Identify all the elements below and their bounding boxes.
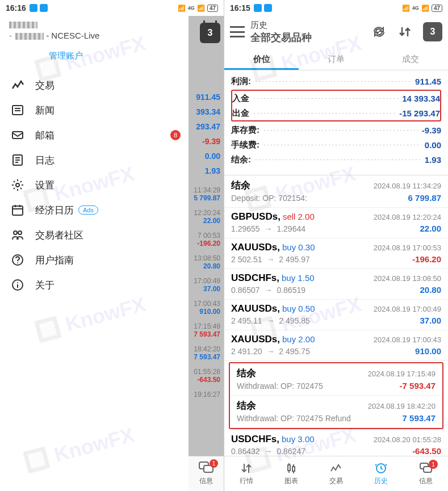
shaded-value: 1.93 — [189, 163, 220, 178]
menu-label: 交易 — [35, 79, 55, 92]
nav-label: 交易 — [329, 476, 343, 486]
shaded-value: 293.47 — [189, 119, 220, 134]
wave-icon — [329, 461, 343, 475]
timestamp: 2024.08.19 17:00:43 — [374, 335, 441, 344]
summary-label: 入金 — [232, 93, 249, 104]
menu-badge: 8 — [170, 130, 181, 140]
shaded-amount: -196.20 — [189, 240, 220, 247]
svg-point-16 — [17, 262, 18, 263]
shaded-amount: 20.80 — [189, 262, 220, 270]
symbol: GBPUSDs, — [231, 211, 280, 223]
symbol: USDCHFs, — [231, 272, 279, 284]
shaded-amount: 22.00 — [189, 217, 220, 225]
history-item[interactable]: USDCHFs, buy 1.502024.08.19 13:08:500.86… — [224, 269, 448, 300]
symbol: 结余 — [237, 399, 256, 412]
log-icon — [10, 153, 25, 167]
status-right: 📶4G📶 47 — [178, 5, 218, 12]
summary-row: 出金-15 293.47 — [232, 106, 440, 120]
help-icon — [10, 253, 25, 267]
tab-2[interactable]: 成交 — [374, 48, 448, 70]
shaded-time: 7 00:53 — [189, 232, 220, 240]
shaded-amount: 37.00 — [189, 285, 220, 293]
timestamp: 2024.08.19 18:42:20 — [368, 402, 436, 410]
top-bar: 历史 全部交易品种 3 — [224, 16, 448, 48]
timestamp: 2024.08.19 13:08:50 — [374, 274, 441, 283]
summary-label: 出金 — [232, 108, 249, 119]
bottom-msg-label[interactable]: 信息 — [199, 476, 213, 486]
summary-row: 手续费:0.00 — [231, 137, 441, 152]
shaded-amount: 5 799.87 — [189, 194, 220, 202]
sort-icon[interactable] — [397, 24, 413, 40]
nav-label: 历史 — [374, 476, 388, 486]
tab-0[interactable]: 价位 — [224, 48, 299, 70]
history-item[interactable]: XAUUSDs, buy 2.002024.08.19 17:00:432 49… — [224, 330, 448, 361]
hamburger-icon[interactable] — [230, 26, 245, 37]
summary-label: 结余: — [231, 154, 251, 165]
symbol: 结余 — [237, 367, 256, 380]
symbol: XAUUSDs, — [231, 242, 280, 253]
history-item[interactable]: GBPUSDs, sell 2.002024.08.19 12:20:241.2… — [224, 208, 448, 238]
summary-value: -9.39 — [422, 125, 441, 135]
shaded-time: 13:08:50 — [189, 254, 220, 262]
timestamp: 2024.08.19 17:00:49 — [374, 305, 441, 313]
nav-wave[interactable]: 交易 — [314, 456, 359, 491]
amount: -7 593.47 — [400, 381, 436, 391]
symbol: USDCHFs, — [231, 434, 279, 445]
menu-label: 经济日历 — [35, 204, 74, 217]
summary-value: 14 393.34 — [402, 94, 440, 103]
menu-label: 日志 — [35, 154, 55, 167]
right-screenshot: 16:15 📶4G📶47 历史 全部交易品种 3 价位订单成交 利润:911.4… — [224, 0, 448, 491]
page-subtitle[interactable]: 全部交易品种 — [250, 31, 312, 44]
tab-1[interactable]: 订单 — [299, 48, 373, 70]
nav-arrows[interactable]: 行情 — [224, 456, 269, 491]
page-title: 历史 — [250, 20, 312, 31]
nav-chat[interactable]: 信息1 — [403, 456, 448, 491]
refresh-icon[interactable] — [371, 24, 387, 40]
status-bar-right: 16:15 📶4G📶47 — [224, 0, 448, 16]
highlight-box-2: 结余2024.08.19 17:15:49Withdrawal: OP: 702… — [229, 362, 443, 429]
sub-info: 2 502.51 → 2 495.97 — [231, 255, 310, 264]
battery-level: 47 — [207, 5, 218, 12]
shaded-time: 17:00:49 — [189, 277, 220, 285]
shaded-amount: 7 593.47 — [189, 330, 220, 338]
amount: 20.80 — [420, 285, 441, 295]
news-icon — [10, 103, 25, 117]
msg-badge: 1 — [210, 459, 218, 468]
sub-info: 0.86432 → 0.86247 — [231, 447, 305, 456]
shaded-value: 393.34 — [189, 104, 220, 119]
server-name: - NCESC-Live — [46, 31, 99, 40]
history-item[interactable]: 结余2024.08.19 17:15:49Withdrawal: OP: 702… — [230, 363, 442, 396]
history-tabs: 价位订单成交 — [224, 48, 448, 70]
clock-icon — [374, 461, 388, 475]
history-item[interactable]: 结余2024.08.19 18:42:20Withdrawal: OP: 702… — [230, 396, 442, 428]
summary-value: 0.00 — [425, 140, 441, 150]
timestamp: 2024.08.19 12:20:24 — [374, 213, 441, 221]
summary-row: 结余:1.93 — [231, 152, 441, 167]
svg-point-14 — [18, 231, 22, 234]
history-item[interactable]: XAUUSDs, buy 0.502024.08.19 17:00:492 49… — [224, 300, 448, 330]
svg-rect-22 — [288, 465, 290, 471]
summary-label: 库存费: — [231, 125, 259, 136]
history-list[interactable]: 结余2024.08.19 11:34:29Deposit: OP: 702154… — [224, 175, 448, 456]
trade-action: buy 2.00 — [282, 334, 315, 344]
sub-info: 2 491.20 → 2 495.75 — [231, 347, 310, 356]
sub-info: 2 495.11 → 2 495.85 — [231, 316, 310, 325]
calendar-icon[interactable]: 3 — [200, 23, 220, 43]
amount: 37.00 — [420, 316, 441, 325]
history-item[interactable]: 结余2024.08.19 11:34:29Deposit: OP: 702154… — [224, 175, 448, 208]
shaded-time: 17:15:49 — [189, 322, 220, 330]
shaded-value: 0.00 — [189, 149, 220, 163]
trade-icon — [10, 78, 25, 93]
cal-icon — [10, 203, 25, 217]
history-item[interactable]: XAUUSDs, buy 0.302024.08.19 17:00:532 50… — [224, 238, 448, 269]
calendar-icon-r[interactable]: 3 — [423, 22, 442, 41]
nav-clock[interactable]: 历史 — [358, 456, 403, 491]
about-icon — [10, 278, 25, 292]
shaded-amount: 7 593.47 — [189, 353, 220, 361]
history-item[interactable]: USDCHFs, buy 3.002024.08.20 01:55:280.86… — [224, 430, 448, 456]
summary-value: 911.45 — [415, 77, 441, 86]
sub-info: 1.29655 → 1.29644 — [231, 224, 305, 233]
shaded-time: 18:42:20 — [189, 345, 220, 353]
nav-candle[interactable]: 图表 — [269, 456, 314, 491]
svg-rect-3 — [12, 132, 23, 139]
